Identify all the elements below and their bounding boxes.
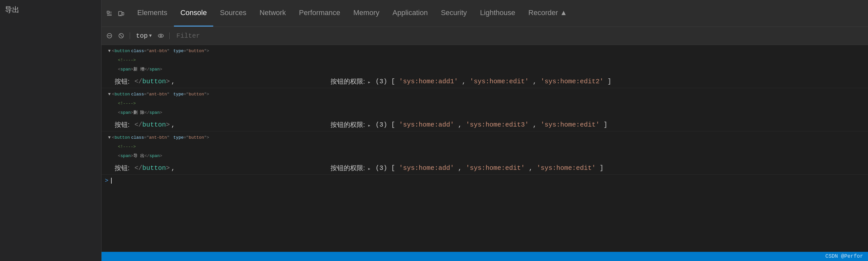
sidebar-label: 导出 bbox=[5, 5, 19, 15]
output-line-2: 按钮: </button> , 按钮的权限: ▶ (3) [ 'sys:home… bbox=[101, 118, 868, 131]
expand-triangle-1[interactable]: ▼ bbox=[108, 49, 111, 53]
tab-bar: Elements Console Sources Network Perform… bbox=[101, 0, 868, 27]
html-block-3: ▼ <button class="ant-btn" type="button" … bbox=[101, 132, 868, 162]
log-group-3: ▼ <button class="ant-btn" type="button" … bbox=[101, 132, 868, 175]
prompt-line[interactable]: > bbox=[101, 175, 868, 186]
inspect-element-icon[interactable] bbox=[105, 9, 114, 18]
rights-label-1: 按钮的权限: bbox=[331, 77, 365, 86]
html-line-2-2: <!----> bbox=[108, 99, 868, 108]
tab-bar-icons bbox=[105, 9, 126, 18]
html-line-1-2: <!----> bbox=[108, 55, 868, 65]
html-line-2-3: <span>删 除</span> bbox=[108, 108, 868, 117]
toolbar-divider2 bbox=[169, 32, 170, 39]
log-group-2: ▼ <button class="ant-btn" type="button" … bbox=[101, 88, 868, 132]
tab-sources[interactable]: Sources bbox=[213, 0, 253, 27]
toolbar-divider bbox=[130, 32, 130, 39]
html-line-3-3: <span>导 出</span> bbox=[108, 151, 868, 160]
log-group-1: ▼ <button class="ant-btn" type="button" … bbox=[101, 45, 868, 88]
console-toolbar: top ▼ bbox=[101, 27, 868, 45]
bottom-bar-text: CSDN @Perfor bbox=[826, 254, 863, 259]
tab-network[interactable]: Network bbox=[253, 0, 292, 27]
btn-label-3: 按钮: bbox=[115, 164, 130, 172]
tab-recorder[interactable]: Recorder ▲ bbox=[522, 0, 574, 27]
html-line-3-2: <!----> bbox=[108, 142, 868, 151]
device-toggle-icon[interactable] bbox=[117, 9, 126, 18]
array-expand-icon-1[interactable]: ▶ bbox=[368, 81, 370, 84]
filter-input[interactable] bbox=[174, 31, 865, 41]
rights-label-3: 按钮的权限: bbox=[331, 164, 365, 172]
output-line-3: 按钮: </button> , 按钮的权限: ▶ (3) [ 'sys:home… bbox=[101, 162, 868, 174]
html-line-3-1: ▼ <button class="ant-btn" type="button" … bbox=[108, 133, 868, 142]
stop-icon[interactable] bbox=[117, 31, 126, 40]
prompt-arrow-icon: > bbox=[105, 177, 108, 184]
tab-list: Elements Console Sources Network Perform… bbox=[131, 0, 865, 27]
context-label: top bbox=[136, 32, 148, 40]
context-selector[interactable]: top ▼ bbox=[134, 31, 154, 41]
html-block-2: ▼ <button class="ant-btn" type="button" … bbox=[101, 88, 868, 118]
output-line-1: 按钮: </button> , 按钮的权限: ▶ (3) [ 'sys:home… bbox=[101, 75, 868, 88]
clear-console-icon[interactable] bbox=[105, 31, 114, 40]
tab-lighthouse[interactable]: Lighthouse bbox=[473, 0, 522, 27]
tab-console[interactable]: Console bbox=[174, 0, 214, 27]
console-wrapper: ▼ <button class="ant-btn" type="button" … bbox=[101, 45, 868, 252]
rights-label-2: 按钮的权限: bbox=[331, 120, 365, 129]
tab-elements[interactable]: Elements bbox=[131, 0, 174, 27]
bottom-bar: CSDN @Perfor bbox=[101, 252, 868, 261]
svg-point-12 bbox=[160, 35, 162, 37]
tab-security[interactable]: Security bbox=[434, 0, 473, 27]
array-expand-icon-3[interactable]: ▶ bbox=[368, 167, 370, 171]
svg-rect-5 bbox=[122, 12, 124, 15]
tab-performance[interactable]: Performance bbox=[292, 0, 347, 27]
devtools-panel: Elements Console Sources Network Perform… bbox=[101, 0, 868, 261]
eye-icon[interactable] bbox=[156, 31, 165, 40]
array-expand-icon-2[interactable]: ▶ bbox=[368, 124, 370, 127]
expand-triangle-2[interactable]: ▼ bbox=[108, 92, 111, 97]
tab-memory[interactable]: Memory bbox=[347, 0, 386, 27]
svg-line-10 bbox=[120, 34, 123, 37]
html-line-1-3: <span>新 增</span> bbox=[108, 65, 868, 74]
html-line-1-1: ▼ <button class="ant-btn" type="button" … bbox=[108, 46, 868, 55]
tab-application[interactable]: Application bbox=[386, 0, 434, 27]
console-content[interactable]: ▼ <button class="ant-btn" type="button" … bbox=[101, 45, 868, 252]
btn-label-1: 按钮: bbox=[115, 77, 130, 86]
btn-label-2: 按钮: bbox=[115, 120, 130, 129]
expand-triangle-3[interactable]: ▼ bbox=[108, 135, 111, 140]
svg-rect-0 bbox=[107, 11, 109, 13]
context-dropdown-arrow: ▼ bbox=[149, 33, 152, 38]
html-block-1: ▼ <button class="ant-btn" type="button" … bbox=[101, 45, 868, 75]
cursor bbox=[111, 178, 112, 184]
svg-point-11 bbox=[158, 34, 163, 37]
html-line-2-1: ▼ <button class="ant-btn" type="button" … bbox=[108, 89, 868, 99]
sidebar: 导出 bbox=[0, 0, 101, 261]
